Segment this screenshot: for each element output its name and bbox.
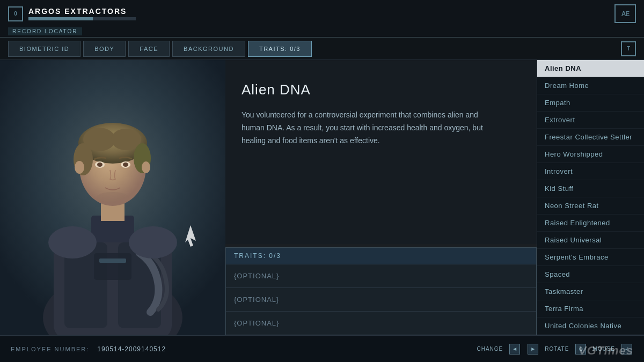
- svg-rect-23: [99, 258, 126, 263]
- svg-point-19: [97, 192, 129, 203]
- tab-background[interactable]: BACKGROUND: [172, 41, 245, 57]
- tab-traits[interactable]: TRAITS: 0/3: [248, 41, 312, 57]
- trait-list-item-neon[interactable]: Neon Street Rat: [537, 197, 644, 215]
- tab-body[interactable]: BODY: [83, 41, 126, 57]
- employee-number: 190514-2009140512: [97, 345, 166, 353]
- trait-list-item-empath[interactable]: Empath: [537, 94, 644, 112]
- company-logo: AE: [614, 4, 636, 23]
- svg-point-20: [48, 226, 97, 258]
- trait-slot-1[interactable]: {OPTIONAL}: [226, 264, 536, 288]
- character-svg: [0, 60, 225, 335]
- bottom-controls: CHANGE ◄ ► ROTATE ⊙ MOUSE ✓: [477, 344, 633, 354]
- trait-list-item-terra[interactable]: Terra Firma: [537, 300, 644, 317]
- corner-right-label: T: [627, 46, 630, 51]
- trait-list-item-kid-stuff[interactable]: Kid Stuff: [537, 180, 644, 197]
- top-bar: 0 ARGOS EXTRACTORS AE RECORD LOCATOR: [0, 0, 644, 38]
- key-mouse[interactable]: ⊙: [575, 344, 586, 354]
- company-title: ARGOS EXTRACTORS: [28, 7, 136, 16]
- bottom-bar: EMPLOYEE NUMBER: 190514-2009140512 CHANG…: [0, 335, 644, 362]
- trait-list-item-taskmaster[interactable]: Taskmaster: [537, 283, 644, 300]
- trait-list-item-extrovert[interactable]: Extrovert: [537, 112, 644, 129]
- trait-slot-3[interactable]: {OPTIONAL}: [226, 312, 536, 335]
- traits-slots-panel: TRAITS: 0/3 {OPTIONAL} {OPTIONAL} {OPTIO…: [225, 247, 537, 335]
- character-viewport: [0, 60, 225, 335]
- title-progress-bar: [28, 17, 136, 20]
- mouse-label: MOUSE: [592, 346, 615, 352]
- trait-list-panel: Alien DNADream HomeEmpathExtrovertFreest…: [537, 60, 644, 335]
- svg-point-15: [97, 162, 103, 167]
- trait-list-item-introvert[interactable]: Introvert: [537, 163, 644, 180]
- trait-list-item-hero[interactable]: Hero Worshipped: [537, 146, 644, 163]
- key-left[interactable]: ◄: [509, 344, 520, 354]
- selected-trait-name: Alien DNA: [241, 82, 521, 98]
- corner-left-button[interactable]: 0: [8, 6, 23, 21]
- svg-rect-22: [94, 253, 131, 280]
- corner-left-label: 0: [14, 11, 17, 17]
- title-progress-fill: [28, 17, 93, 20]
- svg-point-16: [123, 162, 128, 167]
- trait-list-item-raised-universal[interactable]: Raised Universal: [537, 232, 644, 249]
- trait-list-item-dream-home[interactable]: Dream Home: [537, 77, 644, 94]
- key-right[interactable]: ►: [528, 344, 538, 354]
- record-locator-label: RECORD LOCATOR: [8, 27, 82, 35]
- corner-right-button[interactable]: T: [621, 41, 636, 56]
- trait-list-item-serpent[interactable]: Serpent's Embrace: [537, 249, 644, 266]
- trait-list-item-spaced[interactable]: Spaced: [537, 266, 644, 283]
- trait-list-item-united[interactable]: United Colonies Native: [537, 317, 644, 335]
- tab-biometric[interactable]: BIOMETRIC ID: [8, 41, 80, 57]
- change-label: CHANGE: [477, 346, 503, 352]
- employee-label: EMPLOYEE NUMBER:: [11, 346, 89, 352]
- rotate-label: ROTATE: [545, 346, 569, 352]
- trait-slot-2[interactable]: {OPTIONAL}: [226, 288, 536, 312]
- nav-tabs: BIOMETRIC ID BODY FACE BACKGROUND TRAITS…: [0, 38, 644, 60]
- traits-slots-header: TRAITS: 0/3: [226, 248, 536, 264]
- tab-face[interactable]: FACE: [128, 41, 170, 57]
- trait-list-item-alien-dna[interactable]: Alien DNA: [537, 60, 644, 77]
- svg-point-18: [142, 161, 150, 173]
- trait-detail-panel: Alien DNA You volunteered for a controve…: [225, 60, 537, 244]
- svg-point-17: [75, 161, 84, 174]
- trait-list-item-raised-enlightened[interactable]: Raised Enlightened: [537, 215, 644, 232]
- trait-list-item-freestar[interactable]: Freestar Collective Settler: [537, 129, 644, 146]
- key-confirm[interactable]: ✓: [621, 344, 632, 354]
- svg-point-21: [129, 226, 177, 258]
- selected-trait-description: You volunteered for a controversial expe…: [241, 109, 494, 147]
